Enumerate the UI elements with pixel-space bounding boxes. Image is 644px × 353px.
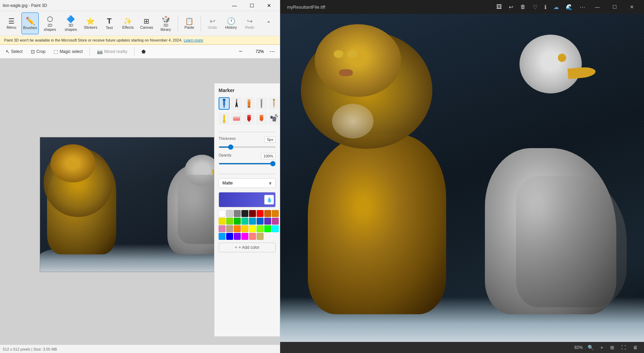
color-cell[interactable]: [257, 218, 264, 225]
learn-more-link[interactable]: Learn more: [184, 38, 203, 42]
finish-dropdown[interactable]: Matte ∨: [219, 178, 276, 188]
color-cell[interactable]: [241, 210, 248, 217]
color-cell[interactable]: [249, 210, 256, 217]
right-delete-icon[interactable]: 🗑: [517, 0, 528, 14]
color-cell[interactable]: [219, 218, 226, 225]
close-button[interactable]: ✕: [261, 0, 277, 11]
color-cell[interactable]: [264, 225, 271, 232]
color-cell[interactable]: [234, 225, 241, 232]
thickness-slider[interactable]: [219, 146, 276, 148]
pencil-brush[interactable]: [268, 97, 279, 110]
undo-button[interactable]: ↩ Undo: [204, 12, 221, 34]
right-monitor-btn[interactable]: 🖥: [631, 344, 640, 351]
text-button[interactable]: T Text: [101, 12, 118, 34]
color-cell[interactable]: [226, 218, 233, 225]
right-more-icon[interactable]: ⋯: [577, 0, 588, 14]
right-fullscreen-btn[interactable]: ⛶: [619, 344, 628, 351]
zoom-out-button-2[interactable]: [247, 50, 252, 53]
collapse-button[interactable]: ⌃: [260, 18, 277, 29]
crop-tool[interactable]: ⊡ Crop: [28, 47, 48, 56]
right-fit-btn[interactable]: ⊞: [608, 344, 616, 351]
color-cell[interactable]: [272, 210, 279, 217]
eraser-brush[interactable]: [231, 112, 242, 125]
magic-select-label: Magic select: [59, 49, 83, 54]
color-cell[interactable]: [272, 218, 279, 225]
2dshapes-button[interactable]: ⬡ 2D shapes: [40, 12, 59, 34]
3dlibrary-icon: 🎲: [162, 16, 170, 22]
mixed-reality-tool[interactable]: 📷 Mixed reality: [94, 47, 130, 56]
color-cell[interactable]: [249, 225, 256, 232]
eyedropper-button[interactable]: 💧: [264, 195, 274, 205]
color-cell[interactable]: [264, 218, 271, 225]
color-cell[interactable]: [234, 218, 241, 225]
paste-button[interactable]: 📋 Paste: [181, 12, 198, 34]
right-special-icon[interactable]: 🌊: [563, 0, 576, 14]
brush-grid-row2: [219, 112, 276, 125]
right-zoom-out-btn[interactable]: 🔍: [586, 344, 596, 351]
color-cell[interactable]: [234, 210, 241, 217]
color-swatch[interactable]: 💧: [219, 192, 276, 207]
right-maximize[interactable]: ☐: [607, 0, 623, 14]
zoom-out-button[interactable]: −: [236, 46, 245, 56]
fill-orange-brush[interactable]: [256, 112, 267, 125]
color-cell[interactable]: [249, 218, 256, 225]
history-button[interactable]: 🕐 History: [222, 12, 240, 34]
right-zoom-level: 82%: [574, 345, 583, 350]
oil-pastel-brush[interactable]: [243, 97, 255, 110]
minimize-button[interactable]: —: [227, 0, 242, 11]
right-cloud-icon[interactable]: ☁: [551, 0, 562, 14]
spray-brush[interactable]: [268, 112, 279, 125]
3dshapes-button[interactable]: 🔷 3D shapes: [61, 12, 80, 34]
canvas-button[interactable]: ⊞ Canvas: [138, 12, 155, 34]
color-cell[interactable]: [249, 233, 256, 240]
paste-icon: 📋: [185, 18, 194, 25]
color-cell[interactable]: [257, 210, 264, 217]
right-minimize[interactable]: —: [589, 0, 605, 14]
thickness-label-row: Thickness 5px: [219, 136, 276, 143]
color-cell[interactable]: [241, 233, 248, 240]
effects-button[interactable]: ✨ Effects: [119, 12, 137, 34]
right-image-icon[interactable]: 🖼: [494, 0, 505, 14]
canvas-area[interactable]: Marker: [0, 58, 280, 345]
color-cell[interactable]: [219, 233, 226, 240]
color-cell[interactable]: [226, 233, 233, 240]
add-color-button[interactable]: + + Add color: [219, 243, 276, 252]
opacity-slider[interactable]: [219, 163, 276, 164]
more-options-button[interactable]: ⋯: [267, 47, 277, 56]
brushes-button[interactable]: ✏️ Brushes: [21, 12, 39, 34]
stickers-button[interactable]: ⭐ Stickers: [82, 12, 99, 34]
right-panel: myResultantFile.tiff 🖼 ↩ 🗑 ♡ ℹ ☁ 🌊 ⋯ — ☐…: [280, 0, 644, 353]
color-cell[interactable]: [264, 210, 271, 217]
charcoal-brush[interactable]: [256, 97, 267, 110]
calligraphy-brush[interactable]: [231, 97, 242, 110]
shape-tool[interactable]: ⬟: [139, 47, 148, 56]
color-cell[interactable]: [257, 225, 264, 232]
3dlibrary-button[interactable]: 🎲 3D library: [157, 12, 175, 34]
color-cell[interactable]: [226, 225, 233, 232]
color-cell[interactable]: [241, 225, 248, 232]
color-cell[interactable]: [234, 233, 241, 240]
right-info-icon[interactable]: ℹ: [542, 0, 549, 14]
right-favorite-icon[interactable]: ♡: [530, 0, 540, 14]
menu-button[interactable]: ☰ Menu: [3, 12, 20, 34]
right-close[interactable]: ✕: [624, 0, 640, 14]
add-color-label: + Add color: [239, 245, 259, 250]
magic-select-tool[interactable]: ⬚ Magic select: [51, 47, 85, 56]
right-rotate-icon[interactable]: ↩: [506, 0, 516, 14]
canvas-label: Canvas: [140, 25, 153, 29]
right-zoom-in-btn[interactable]: +: [598, 344, 605, 351]
brushes-label: Brushes: [23, 26, 37, 30]
effects-icon: ✨: [123, 18, 132, 25]
color-cell[interactable]: [241, 218, 248, 225]
select-tool[interactable]: ↖ Select: [3, 47, 25, 56]
color-cell[interactable]: [219, 225, 226, 232]
color-cell[interactable]: [219, 210, 226, 217]
color-cell[interactable]: [257, 233, 264, 240]
marker-brush-a[interactable]: [219, 97, 230, 110]
color-cell[interactable]: [226, 210, 233, 217]
watercolor-brush[interactable]: [219, 112, 230, 125]
fill-red-brush[interactable]: [243, 112, 255, 125]
color-cell[interactable]: [272, 225, 279, 232]
redo-button[interactable]: ↪ Redo: [241, 12, 258, 34]
maximize-button[interactable]: ☐: [244, 0, 260, 11]
